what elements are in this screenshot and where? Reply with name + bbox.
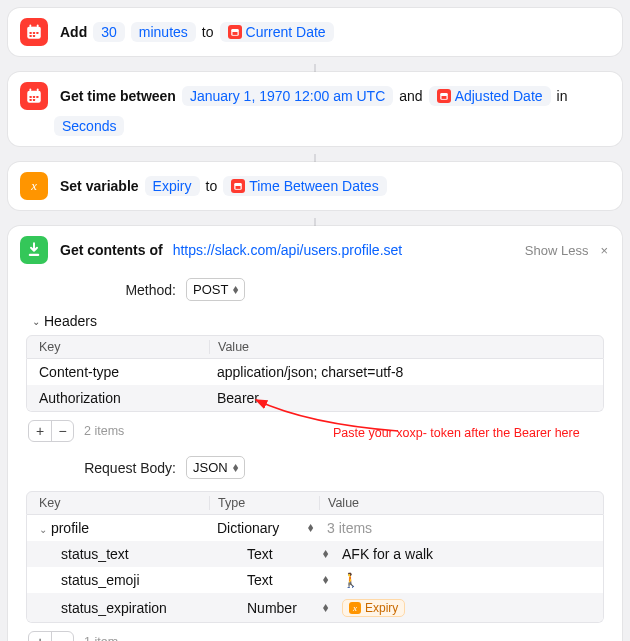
http-options-panel: Method: POST ▴▾ ⌄ Headers Key Value Cont… [20,264,610,641]
svg-rect-7 [30,35,32,37]
annotation-text: Paste your xoxp- token after the Bearer … [333,426,580,440]
child-value: 🚶 [334,572,591,588]
child-type: Text [247,572,273,588]
svg-rect-12 [30,89,32,93]
child-type-cell: Text ▴▾ [239,572,334,588]
child-key: status_expiration [39,600,239,616]
body-label: Request Body: [26,460,176,476]
chip-text: Expiry [365,601,398,615]
header-key: Authorization [39,390,209,406]
body-table-body: ⌄ profile Dictionary ▴▾ 3 items status_t… [26,515,604,623]
download-icon [20,236,48,264]
method-select[interactable]: POST ▴▾ [186,278,245,301]
adjusted-date-token[interactable]: Adjusted Date [429,86,551,106]
chevron-down-icon: ⌄ [39,524,47,535]
svg-rect-4 [30,32,32,34]
header-value: application/json; charset=utf-8 [209,364,591,380]
action-row: x Set variable Expiry to Time Between Da… [20,172,610,200]
header-value: Bearer [209,390,591,406]
svg-rect-15 [33,96,35,98]
svg-rect-3 [37,25,39,29]
child-type: Text [247,546,273,562]
verb-label: Get contents of [60,242,163,258]
body-root-type: Dictionary [217,520,279,536]
svg-rect-1 [27,27,41,31]
action-add-time: Add 30 minutes to Current Date [8,8,622,56]
body-count: 1 item [84,635,118,641]
svg-rect-5 [33,32,35,34]
svg-rect-23 [236,186,241,189]
show-less-button[interactable]: Show Less [525,243,589,258]
epoch-date-token[interactable]: January 1, 1970 12:00 am UTC [182,86,393,106]
add-body-button[interactable]: + [29,632,51,641]
calendar-mini-icon [228,25,242,39]
url-token[interactable]: https://slack.com/api/users.profile.set [169,240,407,260]
col-type: Type [209,496,319,510]
select-arrows-icon[interactable]: ▴▾ [323,604,328,612]
body-root-type-cell: Dictionary ▴▾ [209,520,319,536]
svg-rect-2 [30,25,32,29]
amount-token[interactable]: 30 [93,22,125,42]
child-type-cell: Number ▴▾ [239,600,334,616]
calendar-mini-icon [437,89,451,103]
variable-chip[interactable]: x Expiry [342,599,405,617]
svg-text:x: x [30,179,37,193]
calendar-mini-icon [231,179,245,193]
verb-label: Set variable [60,178,139,194]
child-type: Number [247,600,297,616]
body-add-remove: + − 1 item [28,631,602,641]
token-text: Adjusted Date [455,88,543,104]
select-arrows-icon[interactable]: ▴▾ [323,576,328,584]
remove-header-button[interactable]: − [51,421,73,441]
header-row[interactable]: Content-type application/json; charset=u… [27,359,603,385]
svg-rect-13 [37,89,39,93]
token-text: Time Between Dates [249,178,378,194]
body-child-row[interactable]: status_emoji Text ▴▾ 🚶 [27,567,603,593]
in-label: in [557,88,568,104]
body-child-row[interactable]: status_text Text ▴▾ AFK for a walk [27,541,603,567]
body-root-row[interactable]: ⌄ profile Dictionary ▴▾ 3 items [27,515,603,541]
body-child-row[interactable]: status_expiration Number ▴▾ x Expiry [27,593,603,622]
close-icon[interactable]: × [598,243,610,258]
connector [314,154,316,162]
remove-body-button[interactable]: − [51,632,73,641]
calendar-icon [20,82,48,110]
to-label: to [206,178,218,194]
child-type-cell: Text ▴▾ [239,546,334,562]
select-arrows-icon[interactable]: ▴▾ [308,524,313,532]
body-type-value: JSON [193,460,228,475]
header-row[interactable]: Authorization Bearer [27,385,603,411]
unit-token[interactable]: minutes [131,22,196,42]
headers-count: 2 items [84,424,124,438]
variable-mini-icon: x [349,602,361,614]
body-type-select[interactable]: JSON ▴▾ [186,456,245,479]
col-value: Value [209,340,591,354]
col-value: Value [319,496,591,510]
col-key: Key [39,496,209,510]
token-text: Current Date [246,24,326,40]
method-row: Method: POST ▴▾ [26,278,604,301]
chevron-down-icon: ⌄ [32,316,40,327]
variable-icon: x [20,172,48,200]
method-label: Method: [26,282,176,298]
variable-name-token[interactable]: Expiry [145,176,200,196]
headers-table-body: Content-type application/json; charset=u… [26,359,604,412]
action-row: Add 30 minutes to Current Date [20,18,610,46]
svg-rect-10 [232,32,237,35]
svg-rect-24 [29,254,40,256]
headers-title: Headers [44,313,97,329]
select-arrows-icon: ▴▾ [233,464,238,472]
headers-disclosure[interactable]: ⌄ Headers [32,313,604,329]
verb-label: Get time between [60,88,176,104]
seconds-token[interactable]: Seconds [54,116,124,136]
add-header-button[interactable]: + [29,421,51,441]
header-key: Content-type [39,364,209,380]
body-type-row: Request Body: JSON ▴▾ [26,456,604,479]
svg-rect-8 [33,35,35,37]
svg-rect-6 [36,32,38,34]
time-between-token[interactable]: Time Between Dates [223,176,386,196]
child-value: AFK for a walk [334,546,591,562]
select-arrows-icon[interactable]: ▴▾ [323,550,328,558]
body-root-items: 3 items [319,520,591,536]
current-date-token[interactable]: Current Date [220,22,334,42]
